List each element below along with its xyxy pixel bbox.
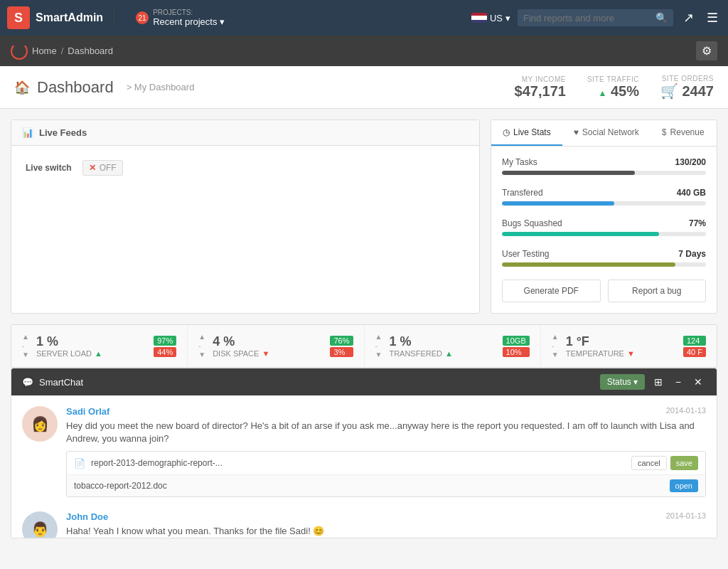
projects-badge: 21 xyxy=(136,11,149,24)
orders-value: 🛒 2447 xyxy=(660,83,714,100)
chat-close-button[interactable]: ✕ xyxy=(690,375,706,389)
heart-icon: ♥ xyxy=(574,127,579,137)
temperature-decrement[interactable]: ▼ xyxy=(552,351,559,358)
message-text: Haha! Yeah I know what you mean. Thanks … xyxy=(66,525,706,538)
bugs-progress-bar xyxy=(502,232,706,236)
temperature-control: ▲ - ▼ xyxy=(552,334,559,358)
tab-live-stats-label: Live Stats xyxy=(513,127,551,137)
temperature-trend-icon: ▼ xyxy=(627,349,635,358)
file-attachment: 📄 report-2013-demographic-report-... can… xyxy=(66,451,706,497)
live-feeds-body: Live switch ✕ OFF xyxy=(11,146,479,190)
smart-chat-panel: 💬 SmartChat Status ▾ ⊞ − ✕ 👩 Sadi Orlaf … xyxy=(11,368,717,538)
traffic-stat: SITE TRAFFIC ▲ 45% xyxy=(587,75,639,100)
avatar: 👨 xyxy=(22,511,58,538)
file-icon: 📄 xyxy=(74,458,85,469)
disk-space-badge-up: 76% xyxy=(330,336,353,346)
tab-social-network[interactable]: ♥ Social Network xyxy=(562,120,651,146)
transferred-control: ▲ - ▼ xyxy=(375,334,382,358)
dashboard-stats: MY INCOME $47,171 SITE TRAFFIC ▲ 45% SIT… xyxy=(515,75,714,100)
live-feeds-panel: 📊 Live Feeds Live switch ✕ OFF xyxy=(11,119,480,314)
chat-title: SmartChat xyxy=(39,377,83,388)
stats-body: My Tasks 130/200 Transfered 440 GB B xyxy=(491,147,717,313)
message-text: Hey did you meet the new board of direct… xyxy=(66,420,706,445)
sender-name[interactable]: John Doe xyxy=(66,511,108,522)
live-feeds-title: Live Feeds xyxy=(39,127,87,138)
flag-icon xyxy=(471,13,487,23)
disk-space-decrement[interactable]: ▼ xyxy=(198,351,205,358)
bugs-value: 77% xyxy=(689,218,706,228)
breadcrumb: Home / Dashboard ⚙ xyxy=(0,36,728,66)
message-content: Sadi Orlaf 2014-01-13 Hey did you meet t… xyxy=(66,406,706,501)
metric-temperature: ▲ - ▼ 1 °F TEMPERATURE ▼ 124 40 F xyxy=(541,325,717,367)
live-feeds-header: 📊 Live Feeds xyxy=(11,120,479,146)
doc-row: tobacco-report-2012.doc open xyxy=(67,474,705,496)
transferred-decrement[interactable]: ▼ xyxy=(375,351,382,358)
traffic-value: ▲ 45% xyxy=(587,83,639,100)
save-button[interactable]: save xyxy=(670,456,698,470)
server-load-decrement[interactable]: ▼ xyxy=(22,351,29,358)
tab-revenue[interactable]: $ Revenue xyxy=(651,120,716,146)
temperature-badge-down: 40 F xyxy=(683,347,706,357)
transferred-label: TRANSFERED ▲ xyxy=(389,349,452,358)
generate-pdf-button[interactable]: Generate PDF xyxy=(502,280,601,302)
dollar-icon: $ xyxy=(662,127,667,137)
income-stat: MY INCOME $47,171 xyxy=(515,75,566,100)
temperature-increment[interactable]: ▲ xyxy=(552,334,559,341)
server-load-value: 1 % xyxy=(36,334,102,349)
message-header: Sadi Orlaf 2014-01-13 xyxy=(66,406,706,417)
recent-projects-button[interactable]: Recent projects ▾ xyxy=(153,16,225,27)
open-button[interactable]: open xyxy=(670,479,698,492)
menu-button[interactable]: ☰ xyxy=(704,7,721,28)
loading-spinner xyxy=(11,43,28,60)
language-button[interactable]: US ▾ xyxy=(471,13,510,23)
server-load-increment[interactable]: ▲ xyxy=(22,334,29,341)
breadcrumb-current: Dashboard xyxy=(68,46,113,56)
stats-panel: ◷ Live Stats ♥ Social Network $ Revenue … xyxy=(491,119,717,314)
switch-state-label: OFF xyxy=(100,163,117,173)
testing-label: User Testing xyxy=(502,249,549,259)
search-input[interactable] xyxy=(523,13,651,23)
sender-name[interactable]: Sadi Orlaf xyxy=(66,406,109,417)
status-button[interactable]: Status ▾ xyxy=(600,374,645,390)
transferred-text: TRANSFERED xyxy=(389,349,442,358)
live-switch-toggle[interactable]: ✕ OFF xyxy=(82,160,123,176)
file-row: 📄 report-2013-demographic-report-... can… xyxy=(67,452,705,474)
temperature-text: TEMPERATURE xyxy=(566,349,624,358)
settings-button[interactable]: ⚙ xyxy=(696,41,717,60)
transferred-value: 440 GB xyxy=(677,188,706,198)
disk-space-label: DISK SPACE ▼ xyxy=(213,349,269,358)
search-button[interactable]: 🔍 xyxy=(655,12,668,23)
orders-label: SITE ORDERS xyxy=(660,75,714,83)
stat-row-bugs: Bugs Squashed 77% xyxy=(502,218,706,236)
breadcrumb-home[interactable]: Home xyxy=(32,46,57,56)
top-navigation: S SmartAdmin 21 PROJECTS: Recent project… xyxy=(0,0,728,36)
search-box: 🔍 xyxy=(518,9,673,26)
chat-grid-button[interactable]: ⊞ xyxy=(651,375,666,389)
chat-body: 👩 Sadi Orlaf 2014-01-13 Hey did you meet… xyxy=(11,395,717,538)
chevron-down-icon: ▾ xyxy=(633,377,638,387)
transferred-trend-icon: ▲ xyxy=(445,349,453,358)
message-content: John Doe 2014-01-13 Haha! Yeah I know wh… xyxy=(66,511,706,538)
bugs-progress-fill xyxy=(502,232,659,236)
tab-live-stats[interactable]: ◷ Live Stats xyxy=(491,120,562,146)
live-switch-row: Live switch ✕ OFF xyxy=(26,160,465,176)
stat-row-testing: User Testing 7 Days xyxy=(502,249,706,267)
breadcrumb-separator: / xyxy=(61,46,64,56)
disk-space-text: DISK SPACE xyxy=(213,349,259,358)
transferred-increment[interactable]: ▲ xyxy=(375,334,382,341)
chat-minimize-button[interactable]: − xyxy=(672,375,685,389)
server-load-text: SERVER LOAD xyxy=(36,349,92,358)
testing-progress-fill xyxy=(502,262,675,267)
activity-button[interactable]: ↗ xyxy=(680,7,697,28)
server-load-badge-down: 44% xyxy=(154,347,176,357)
disk-space-trend-icon: ▼ xyxy=(262,349,269,358)
testing-value: 7 Days xyxy=(678,249,706,259)
orders-number: 2447 xyxy=(682,83,714,99)
message-time: 2014-01-13 xyxy=(666,511,706,522)
temperature-badges: 124 40 F xyxy=(683,336,706,357)
traffic-number: 45% xyxy=(611,83,639,99)
report-bug-button[interactable]: Report a bug xyxy=(608,280,707,302)
cancel-button[interactable]: cancel xyxy=(631,456,667,470)
disk-space-increment[interactable]: ▲ xyxy=(198,334,205,341)
stat-row-tasks: My Tasks 130/200 xyxy=(502,157,706,175)
